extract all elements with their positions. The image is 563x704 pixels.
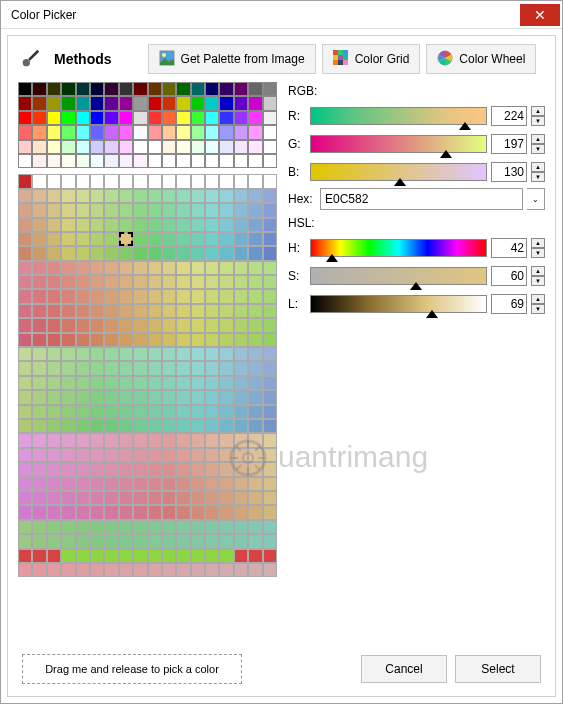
palette-swatch[interactable]	[263, 361, 277, 375]
palette-swatch[interactable]	[133, 154, 147, 168]
palette-swatch[interactable]	[133, 82, 147, 96]
palette-swatch[interactable]	[90, 304, 104, 318]
palette-swatch[interactable]	[119, 419, 133, 433]
palette-swatch[interactable]	[248, 405, 262, 419]
palette-swatch[interactable]	[176, 419, 190, 433]
palette-swatch[interactable]	[191, 246, 205, 260]
palette-swatch[interactable]	[76, 333, 90, 347]
palette-swatch[interactable]	[234, 111, 248, 125]
palette-swatch[interactable]	[61, 520, 75, 534]
palette-swatch[interactable]	[47, 82, 61, 96]
palette-swatch[interactable]	[205, 232, 219, 246]
h-input[interactable]	[491, 238, 527, 258]
palette-swatch[interactable]	[76, 534, 90, 548]
drag-picker[interactable]: Drag me and release to pick a color	[22, 654, 242, 684]
palette-swatch[interactable]	[90, 376, 104, 390]
palette-swatch[interactable]	[32, 82, 46, 96]
palette-swatch[interactable]	[248, 347, 262, 361]
palette-swatch[interactable]	[191, 289, 205, 303]
palette-swatch[interactable]	[90, 333, 104, 347]
palette-swatch[interactable]	[104, 218, 118, 232]
palette-swatch[interactable]	[148, 347, 162, 361]
palette-swatch[interactable]	[47, 347, 61, 361]
palette-swatch[interactable]	[104, 318, 118, 332]
palette-swatch[interactable]	[191, 534, 205, 548]
palette-swatch[interactable]	[205, 462, 219, 476]
palette-swatch[interactable]	[219, 477, 233, 491]
palette-swatch[interactable]	[219, 246, 233, 260]
palette-swatch[interactable]	[176, 125, 190, 139]
palette-swatch[interactable]	[47, 520, 61, 534]
palette-swatch[interactable]	[219, 333, 233, 347]
palette-swatch[interactable]	[76, 261, 90, 275]
palette-swatch[interactable]	[191, 419, 205, 433]
palette-swatch[interactable]	[162, 82, 176, 96]
palette-swatch[interactable]	[76, 246, 90, 260]
palette-swatch[interactable]	[18, 82, 32, 96]
palette-swatch[interactable]	[90, 174, 104, 188]
palette-swatch[interactable]	[104, 232, 118, 246]
palette-swatch[interactable]	[191, 477, 205, 491]
palette-swatch[interactable]	[148, 125, 162, 139]
palette-swatch[interactable]	[148, 419, 162, 433]
palette-swatch[interactable]	[104, 505, 118, 519]
palette-swatch[interactable]	[47, 246, 61, 260]
palette-swatch[interactable]	[176, 232, 190, 246]
palette-swatch[interactable]	[47, 189, 61, 203]
palette-swatch[interactable]	[191, 448, 205, 462]
palette-swatch[interactable]	[47, 125, 61, 139]
palette-swatch[interactable]	[234, 376, 248, 390]
palette-swatch[interactable]	[18, 347, 32, 361]
palette-swatch[interactable]	[32, 433, 46, 447]
palette-swatch[interactable]	[191, 203, 205, 217]
palette-swatch[interactable]	[32, 232, 46, 246]
palette-swatch[interactable]	[18, 376, 32, 390]
palette-swatch[interactable]	[234, 275, 248, 289]
palette-swatch[interactable]	[133, 520, 147, 534]
palette-swatch[interactable]	[176, 203, 190, 217]
palette-swatch[interactable]	[47, 477, 61, 491]
palette-swatch[interactable]	[191, 333, 205, 347]
palette-swatch[interactable]	[263, 505, 277, 519]
palette-swatch[interactable]	[234, 246, 248, 260]
palette-swatch[interactable]	[176, 261, 190, 275]
palette-swatch[interactable]	[90, 448, 104, 462]
b-input[interactable]	[491, 162, 527, 182]
palette-swatch[interactable]	[90, 477, 104, 491]
palette-swatch[interactable]	[119, 111, 133, 125]
palette-swatch[interactable]	[18, 549, 32, 563]
palette-swatch[interactable]	[76, 549, 90, 563]
palette-swatch[interactable]	[248, 246, 262, 260]
palette-swatch[interactable]	[162, 111, 176, 125]
palette-swatch[interactable]	[219, 318, 233, 332]
extended-palette[interactable]	[18, 174, 278, 577]
palette-swatch[interactable]	[61, 203, 75, 217]
palette-swatch[interactable]	[47, 405, 61, 419]
palette-swatch[interactable]	[191, 125, 205, 139]
palette-swatch[interactable]	[219, 448, 233, 462]
palette-swatch[interactable]	[191, 361, 205, 375]
palette-swatch[interactable]	[61, 390, 75, 404]
palette-swatch[interactable]	[248, 390, 262, 404]
palette-swatch[interactable]	[119, 347, 133, 361]
palette-swatch[interactable]	[76, 232, 90, 246]
palette-swatch[interactable]	[148, 448, 162, 462]
palette-swatch[interactable]	[234, 154, 248, 168]
palette-swatch[interactable]	[119, 405, 133, 419]
palette-swatch[interactable]	[176, 140, 190, 154]
palette-swatch[interactable]	[32, 140, 46, 154]
palette-swatch[interactable]	[32, 462, 46, 476]
palette-swatch[interactable]	[205, 448, 219, 462]
palette-swatch[interactable]	[248, 419, 262, 433]
palette-swatch[interactable]	[219, 111, 233, 125]
palette-swatch[interactable]	[119, 505, 133, 519]
palette-swatch[interactable]	[176, 289, 190, 303]
palette-swatch[interactable]	[219, 520, 233, 534]
palette-swatch[interactable]	[104, 203, 118, 217]
palette-swatch[interactable]	[76, 140, 90, 154]
palette-swatch[interactable]	[234, 232, 248, 246]
palette-swatch[interactable]	[248, 376, 262, 390]
palette-swatch[interactable]	[148, 534, 162, 548]
palette-swatch[interactable]	[219, 462, 233, 476]
palette-swatch[interactable]	[133, 174, 147, 188]
